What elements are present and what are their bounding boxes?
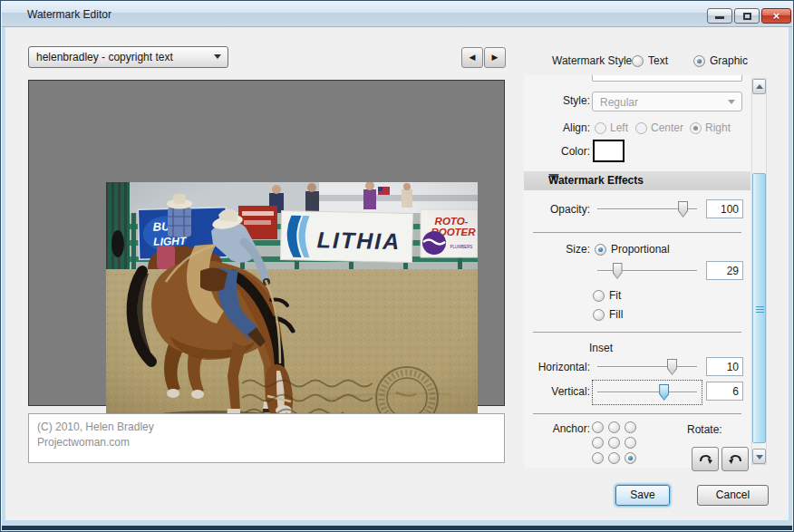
radio-size-fill-label: Fill — [609, 308, 623, 321]
color-swatch[interactable] — [593, 140, 625, 162]
window-title: Watermark Editor — [27, 8, 111, 21]
chevron-down-icon — [728, 100, 735, 104]
rotate-label: Rotate: — [687, 423, 722, 436]
radio-size-fit-label: Fit — [609, 289, 621, 302]
scroll-down-button[interactable] — [752, 449, 766, 464]
style-dropdown[interactable]: Regular — [592, 92, 742, 111]
rotate-clockwise-button[interactable] — [692, 447, 719, 471]
watermark-effects-title: Watermark Effects — [548, 174, 644, 187]
minimize-button[interactable] — [707, 8, 732, 24]
rotate-counterclockwise-button[interactable] — [721, 447, 749, 471]
preset-dropdown[interactable]: helenbradley - copyright text — [28, 46, 228, 68]
watermark-style-label: Watermark Style: — [552, 54, 635, 67]
radio-align-right-label: Right — [705, 121, 731, 134]
size-slider[interactable] — [597, 263, 697, 279]
rotate-clockwise-icon — [698, 453, 713, 466]
scrollbar-thumb[interactable] — [752, 173, 766, 443]
anchor-bottom-right[interactable] — [625, 452, 636, 464]
size-value-input[interactable] — [706, 261, 743, 280]
horizontal-slider-track[interactable] — [597, 366, 697, 367]
panel-scrollbar[interactable] — [751, 78, 767, 465]
close-button[interactable]: × — [761, 8, 791, 24]
align-label: Align: — [524, 121, 590, 134]
vertical-label: Vertical: — [524, 385, 590, 398]
radio-size-fill[interactable] — [593, 309, 605, 321]
scroll-up-button[interactable] — [752, 79, 766, 94]
preset-dropdown-value: helenbradley - copyright text — [36, 51, 173, 63]
color-label: Color: — [524, 145, 590, 158]
anchor-top-right[interactable] — [625, 421, 636, 433]
watermark-text-line1: (C) 2010, Helen Bradley — [37, 420, 496, 435]
horizontal-label: Horizontal: — [524, 361, 590, 373]
radio-align-left[interactable] — [595, 122, 606, 134]
anchor-middle-left[interactable] — [592, 437, 604, 449]
save-button[interactable]: Save — [615, 485, 670, 506]
radio-style-graphic-label: Graphic — [710, 54, 748, 67]
horizontal-slider[interactable] — [597, 359, 697, 375]
preview-photo: BUD LIGHT LITHIA — [106, 182, 478, 452]
maximize-icon — [743, 13, 751, 20]
vertical-slider-track[interactable] — [597, 392, 697, 392]
radio-style-graphic[interactable] — [693, 55, 705, 67]
inset-label: Inset — [589, 342, 613, 354]
vertical-slider[interactable] — [597, 384, 697, 401]
radio-align-right[interactable] — [690, 122, 702, 134]
watermark-effects-header[interactable]: Watermark Effects — [524, 171, 750, 190]
anchor-bottom-center[interactable] — [608, 452, 620, 464]
style-dropdown-value: Regular — [600, 96, 638, 109]
style-label: Style: — [524, 94, 590, 107]
close-icon: × — [762, 9, 790, 23]
opacity-label: Opacity: — [524, 203, 590, 216]
cancel-button[interactable]: Cancel — [697, 485, 769, 506]
arrow-right-icon: ▶ — [492, 53, 499, 62]
arrow-down-icon — [756, 455, 763, 459]
title-bar[interactable]: Watermark Editor — [2, 2, 792, 27]
anchor-label: Anchor: — [524, 422, 590, 435]
horizontal-slider-thumb[interactable] — [667, 359, 677, 375]
arrow-left-icon: ◀ — [470, 53, 476, 62]
divider — [533, 413, 741, 414]
opacity-slider[interactable] — [597, 201, 697, 218]
anchor-top-left[interactable] — [592, 421, 604, 433]
anchor-middle-right[interactable] — [625, 437, 636, 449]
vertical-slider-thumb[interactable] — [659, 384, 669, 401]
radio-style-text-label: Text — [648, 54, 668, 67]
window-border-left — [2, 27, 5, 526]
radio-style-text[interactable] — [632, 55, 644, 67]
anchor-middle-center[interactable] — [608, 437, 620, 449]
arrow-up-icon — [756, 84, 763, 89]
divider — [533, 332, 741, 333]
window-border-bottom-dark — [2, 526, 792, 530]
size-slider-thumb[interactable] — [613, 263, 623, 279]
radio-size-fit[interactable] — [593, 290, 605, 302]
radio-align-center[interactable] — [635, 122, 647, 134]
previous-watermark-button[interactable]: ◀ — [461, 47, 483, 68]
watermark-editor-window: Watermark Editor × helenbradley - copyri… — [0, 0, 794, 532]
radio-align-left-label: Left — [610, 121, 628, 134]
watermark-text-line2: Projectwoman.com — [37, 435, 496, 450]
chevron-down-icon — [214, 54, 221, 59]
minimize-icon — [715, 16, 724, 19]
preview-area: BUD LIGHT LITHIA — [28, 80, 505, 406]
radio-align-center-label: Center — [651, 121, 683, 134]
anchor-bottom-left[interactable] — [592, 452, 604, 464]
anchor-top-center[interactable] — [608, 421, 620, 433]
radio-size-proportional-label: Proportional — [611, 243, 670, 256]
maximize-button[interactable] — [734, 8, 760, 24]
divider — [533, 232, 741, 233]
opacity-value-input[interactable] — [706, 199, 743, 218]
watermark-text-box[interactable]: (C) 2010, Helen Bradley Projectwoman.com — [28, 413, 505, 463]
size-label: Size: — [524, 243, 590, 256]
vertical-value-input[interactable] — [706, 382, 743, 401]
rotate-counterclockwise-icon — [728, 453, 743, 466]
next-watermark-button[interactable]: ▶ — [484, 47, 506, 68]
clipped-control[interactable] — [592, 75, 742, 82]
horizontal-value-input[interactable] — [706, 357, 743, 376]
opacity-slider-thumb[interactable] — [678, 201, 688, 218]
window-border-right — [789, 27, 792, 526]
rodeo-photo-illustration: BUD LIGHT LITHIA — [106, 182, 478, 452]
radio-size-proportional[interactable] — [595, 244, 606, 256]
scrollbar-grip — [756, 306, 764, 314]
